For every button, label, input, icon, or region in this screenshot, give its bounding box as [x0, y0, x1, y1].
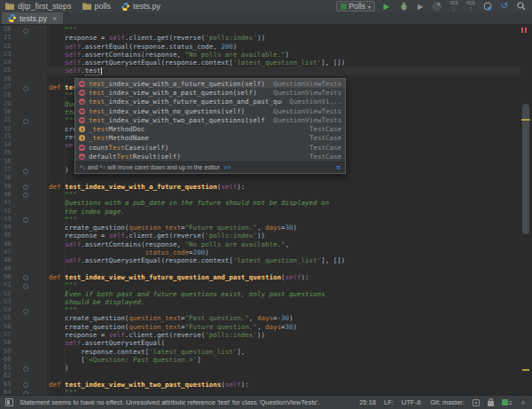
code-line-25[interactable]: 25 self.test — [0, 67, 520, 75]
run-with-coverage-button[interactable]: ▶ — [415, 1, 426, 12]
code-line-44[interactable]: 44 create_question(question_text="Future… — [0, 224, 520, 232]
debug-button[interactable] — [398, 1, 409, 12]
column-mode-icon[interactable] — [473, 399, 480, 406]
run-configuration-selector[interactable]: Polls ▾ — [336, 1, 375, 12]
relevance-sort-icon[interactable]: π — [336, 164, 340, 170]
code-line-22[interactable]: 22 self.assertEqual(response.status_code… — [0, 43, 520, 51]
toolwindow-toggle-icon[interactable] — [5, 398, 13, 406]
notifications-icon[interactable]: 2 — [502, 399, 512, 405]
gutter-space — [18, 323, 33, 331]
chevron-down-icon: ▾ — [368, 4, 371, 10]
completion-item-7[interactable]: mcountTestCases(self)TestCase — [75, 143, 345, 152]
code-line-49[interactable]: 49 — [0, 265, 520, 273]
fold-marker[interactable] — [18, 183, 33, 191]
search-everywhere-button[interactable] — [516, 1, 527, 12]
vcs-commit-button[interactable]: VCS ↑ — [466, 1, 476, 12]
line-number: 21 — [0, 34, 18, 42]
changes-icon — [483, 2, 492, 11]
fold-marker[interactable] — [18, 83, 33, 91]
completion-item-6[interactable]: f_testMethodNameTestCase — [75, 134, 345, 143]
vcs-branch-widget[interactable]: Git: master: — [430, 398, 465, 406]
code-line-55[interactable]: 55 create_question(question_text="Past q… — [0, 314, 520, 322]
code-line-42[interactable]: 42 the index page. — [0, 208, 520, 216]
completion-item-1[interactable]: mtest_index_view_with_a_past_question(se… — [75, 88, 345, 97]
completion-item-2[interactable]: mtest_index_view_with_future_question_an… — [75, 98, 345, 106]
code-line-38[interactable]: 38 — [0, 174, 520, 182]
code-line-62[interactable]: 62 — [0, 372, 520, 380]
inspections-profile-icon[interactable] — [520, 399, 527, 406]
popup-more-link[interactable]: >> — [223, 164, 231, 170]
vcs-update-button[interactable]: VCS ↓ — [449, 1, 459, 12]
fold-marker[interactable] — [18, 389, 33, 395]
gutter-space — [18, 199, 33, 207]
fold-marker[interactable] — [18, 216, 33, 224]
readonly-lock-icon[interactable] — [488, 398, 494, 406]
code-line-57[interactable]: 57 response = self.client.get(reverse('p… — [0, 331, 520, 339]
code-line-52[interactable]: 52 Even if both past and future question… — [0, 290, 520, 298]
code-line-47[interactable]: 47 status_code=200) — [0, 248, 520, 256]
gutter-space — [18, 51, 33, 59]
breadcrumb-file[interactable]: tests.py — [121, 2, 160, 11]
breadcrumb-project[interactable]: djtp_first_steps — [5, 2, 72, 11]
completion-item-4[interactable]: mtest_index_view_with_two_past_questions… — [75, 115, 345, 124]
line-separator-widget[interactable]: LF: — [384, 398, 394, 406]
breadcrumb-package[interactable]: polls — [82, 2, 112, 11]
fold-marker[interactable] — [18, 273, 33, 281]
fold-marker[interactable] — [18, 116, 33, 124]
code-line-23[interactable]: 23 self.assertContains(response, "No pol… — [0, 51, 520, 59]
fold-marker[interactable] — [18, 191, 33, 199]
completion-item-0[interactable]: mtest_index_view_with_a_future_question(… — [75, 79, 345, 88]
completion-item-3[interactable]: mtest_index_view_with_no_questions(self)… — [75, 106, 345, 115]
run-button[interactable]: ▶ — [381, 1, 392, 12]
code-line-46[interactable]: 46 self.assertContains(response, "No pol… — [0, 240, 520, 248]
rollback-button[interactable]: ↺ — [499, 1, 510, 12]
code-line-58[interactable]: 58 self.assertQuerysetEqual( — [0, 339, 520, 347]
warning-stripe-mark[interactable] — [521, 119, 530, 121]
code-line-51[interactable]: 51 """ — [0, 281, 520, 289]
encoding-widget[interactable]: UTF-8: — [402, 398, 422, 406]
code-line-61[interactable]: 61 ) — [0, 364, 520, 372]
warning-stripe-mark[interactable] — [522, 369, 529, 371]
status-message: Statement seems to have no effect. Unres… — [20, 398, 352, 406]
code-line-63[interactable]: 63 def test_index_view_with_two_past_que… — [0, 381, 520, 389]
line-number: 27 — [0, 83, 18, 91]
scrollbar-thumb[interactable] — [522, 104, 529, 234]
line-number: 40 — [0, 191, 18, 199]
fold-marker[interactable] — [18, 381, 33, 389]
code-line-59[interactable]: 59 response.context['latest_question_lis… — [0, 348, 520, 356]
code-line-64[interactable]: 64 """ — [0, 389, 520, 395]
fold-marker[interactable] — [18, 306, 33, 314]
fold-marker[interactable] — [18, 26, 33, 34]
error-stripe-indicator[interactable] — [521, 28, 527, 33]
completion-item-5[interactable]: f_testMethodDocTestCase — [75, 124, 345, 133]
gutter-space — [18, 100, 33, 108]
code-line-40[interactable]: 40 """ — [0, 191, 520, 199]
code-line-45[interactable]: 45 response = self.client.get(reverse('p… — [0, 232, 520, 240]
caret-position-widget[interactable]: 25:18 — [359, 398, 376, 406]
code-line-43[interactable]: 43 """ — [0, 216, 520, 224]
gutter-space — [18, 108, 33, 116]
code-line-24[interactable]: 24 self.assertQuerysetEqual(response.con… — [0, 59, 520, 67]
navigation-bar: djtp_first_steps polls tests.py Polls ▾ … — [0, 0, 532, 12]
vcs-changes-button[interactable] — [482, 1, 493, 12]
code-line-53[interactable]: 53 should be displayed. — [0, 298, 520, 306]
line-number: 31 — [0, 116, 18, 124]
fold-marker[interactable] — [18, 166, 33, 174]
code-line-39[interactable]: 39 def test_index_view_with_a_future_que… — [0, 183, 520, 191]
tab-tests-py[interactable]: tests.py × — [2, 12, 63, 24]
code-line-56[interactable]: 56 create_question(question_text="Future… — [0, 323, 520, 331]
completion-item-8[interactable]: mdefaultTestResult(self)TestCase — [75, 152, 345, 161]
code-line-20[interactable]: 20 """ — [0, 26, 520, 34]
fold-marker[interactable] — [18, 364, 33, 372]
code-line-60[interactable]: 60 ['<Question: Past question.>'] — [0, 356, 520, 364]
fold-marker[interactable] — [18, 281, 33, 289]
code-line-54[interactable]: 54 """ — [0, 306, 520, 314]
code-editor[interactable]: 20 """21 response = self.client.get(reve… — [0, 25, 532, 395]
code-line-41[interactable]: 41 Questions with a pub_date in the futu… — [0, 199, 520, 207]
profile-button[interactable] — [432, 1, 442, 12]
code-line-21[interactable]: 21 response = self.client.get(reverse('p… — [0, 34, 520, 42]
close-icon[interactable]: × — [52, 14, 57, 23]
code-line-50[interactable]: 50 def test_index_view_with_future_quest… — [0, 273, 520, 281]
line-number: 22 — [0, 43, 18, 51]
code-line-48[interactable]: 48 self.assertQuerysetEqual(response.con… — [0, 256, 520, 264]
